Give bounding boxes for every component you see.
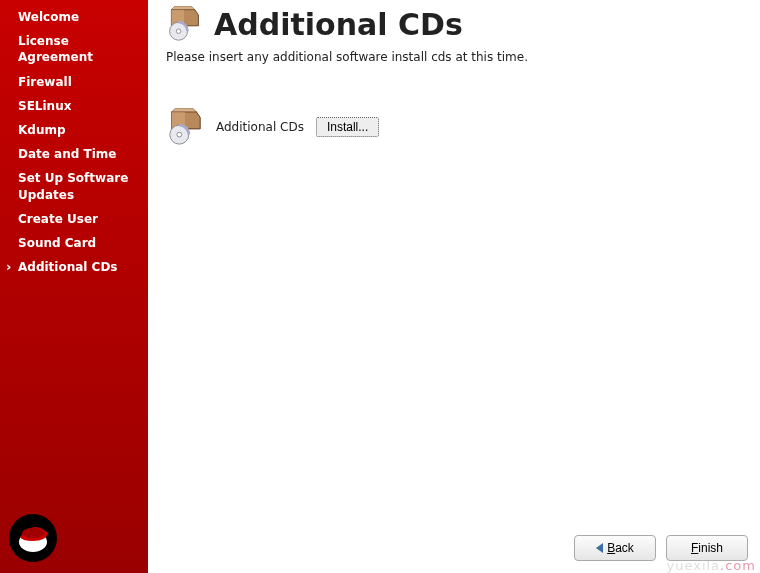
redhat-logo [8, 513, 58, 563]
install-button[interactable]: Install... [316, 117, 379, 137]
sidebar-item-selinux[interactable]: SELinux [0, 94, 148, 118]
cd-box-icon [166, 6, 202, 42]
back-button-label: Back [607, 541, 634, 555]
sidebar-item-set-up-software-updates[interactable]: Set Up Software Updates [0, 166, 148, 206]
page-title: Additional CDs [214, 7, 463, 42]
sidebar-item-label: Welcome [18, 10, 79, 24]
back-button[interactable]: Back [574, 535, 656, 561]
sidebar-item-label: Kdump [18, 123, 66, 137]
svg-point-4 [176, 29, 181, 34]
additional-cds-row: Additional CDs Install... [148, 80, 760, 146]
sidebar-item-license-agreement[interactable]: License Agreement [0, 29, 148, 69]
sidebar-item-label: Create User [18, 212, 98, 226]
page-description: Please insert any additional software in… [148, 46, 760, 80]
sidebar-item-sound-card[interactable]: Sound Card [0, 231, 148, 255]
sidebar-item-firewall[interactable]: Firewall [0, 70, 148, 94]
sidebar-item-additional-cds[interactable]: Additional CDs [0, 255, 148, 279]
sidebar-item-welcome[interactable]: Welcome [0, 5, 148, 29]
sidebar-item-create-user[interactable]: Create User [0, 207, 148, 231]
finish-button[interactable]: Finish [666, 535, 748, 561]
finish-button-label: Finish [691, 541, 723, 555]
arrow-left-icon [596, 543, 603, 553]
sidebar-item-label: Date and Time [18, 147, 116, 161]
sidebar-items: Welcome License Agreement Firewall SELin… [0, 0, 148, 279]
main-panel: Additional CDs Please insert any additio… [148, 0, 760, 573]
sidebar-item-label: Additional CDs [18, 260, 118, 274]
sidebar-item-label: Firewall [18, 75, 72, 89]
sidebar: Welcome License Agreement Firewall SELin… [0, 0, 148, 573]
row-label: Additional CDs [216, 120, 304, 134]
sidebar-item-label: Sound Card [18, 236, 96, 250]
svg-point-6 [177, 132, 182, 137]
cd-box-icon [166, 108, 204, 146]
svg-point-2 [22, 528, 44, 538]
sidebar-item-label: Set Up Software Updates [18, 171, 128, 201]
sidebar-item-date-and-time[interactable]: Date and Time [0, 142, 148, 166]
sidebar-item-kdump[interactable]: Kdump [0, 118, 148, 142]
sidebar-item-label: License Agreement [18, 34, 93, 64]
footer: Back Finish [574, 535, 748, 561]
header: Additional CDs [148, 0, 760, 46]
sidebar-item-label: SELinux [18, 99, 71, 113]
